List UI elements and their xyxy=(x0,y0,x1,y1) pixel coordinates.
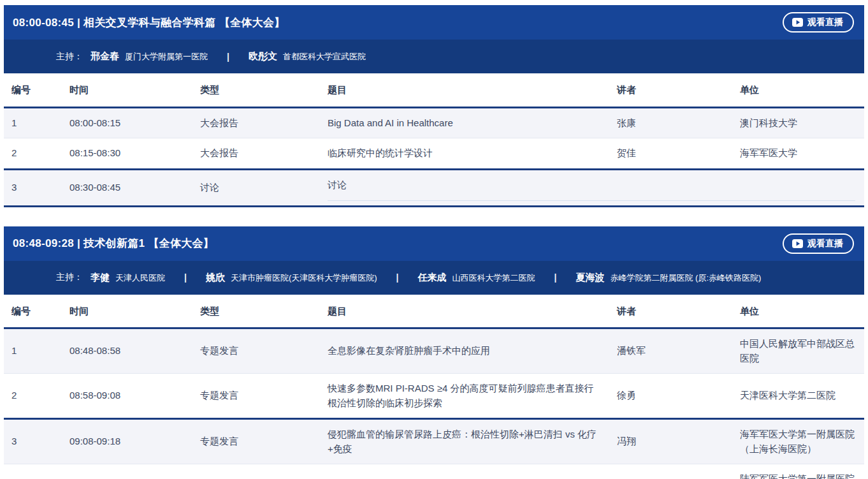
cell-org: 陆军军医大学第一附属医院（西南医院） xyxy=(732,464,864,479)
cell-org: 天津医科大学第二医院 xyxy=(732,381,864,411)
cell-no: 1 xyxy=(4,108,62,138)
session-header-bar: 08:48-09:28 | 技术创新篇1 【全体大会】 观看直播 xyxy=(4,226,864,261)
cell-speaker: 冯翔 xyxy=(609,427,732,457)
cell-org: 澳门科技大学 xyxy=(732,108,864,138)
host-name: 欧彤文 xyxy=(249,50,277,63)
watch-live-label: 观看直播 xyxy=(807,17,843,28)
hosts-bar: 主持： 李健天津人民医院|姚欣天津市肿瘤医院(天津医科大学肿瘤医院)|任来成山西… xyxy=(4,261,864,295)
cell-no: 2 xyxy=(4,138,62,168)
cell-speaker: 贺佳 xyxy=(609,138,732,168)
video-play-icon xyxy=(792,18,803,27)
host-name: 李健 xyxy=(90,272,110,284)
cell-title: 女性排尿功能障碍疾病临床治疗新技术 xyxy=(320,471,609,479)
table-row: 309:08-09:18专题发言侵犯髂血管的输尿管尿路上皮癌：根治性切除+淋巴清… xyxy=(4,420,864,464)
cell-type: 专题发言 xyxy=(192,427,320,457)
host-name: 夏海波 xyxy=(575,272,604,284)
column-header: 单位 xyxy=(732,73,864,107)
cell-time: 09:08-09:18 xyxy=(62,427,192,457)
session-title: 08:48-09:28 | 技术创新篇1 【全体大会】 xyxy=(13,236,214,251)
hosts-label: 主持： xyxy=(56,272,83,283)
cell-type: 大会报告 xyxy=(192,138,320,168)
cell-time: 08:58-09:08 xyxy=(62,381,192,411)
cell-org: 海军军医大学 xyxy=(732,138,864,168)
host-entry: 李健天津人民医院 xyxy=(90,272,165,284)
cell-type: 大会报告 xyxy=(192,108,320,138)
cell-type: 专题发言 xyxy=(192,381,320,411)
hosts-bar: 主持： 邢金春厦门大学附属第一医院|欧彤文首都医科大学宣武医院 xyxy=(4,40,864,73)
session-header-bar: 08:00-08:45 | 相关交叉学科与融合学科篇 【全体大会】 观看直播 xyxy=(4,5,864,40)
column-header: 编号 xyxy=(4,73,62,107)
cell-time: 08:00-08:15 xyxy=(62,108,192,138)
table-row: 208:15-08:30大会报告临床研究中的统计学设计贺佳海军军医大学 xyxy=(4,138,864,170)
host-separator: | xyxy=(396,272,399,283)
column-header: 题目 xyxy=(320,73,609,107)
host-entry: 任来成山西医科大学第二医院 xyxy=(418,272,535,284)
column-header: 讲者 xyxy=(609,295,732,328)
host-affiliation: 天津人民医院 xyxy=(115,272,165,284)
conference-program-page: 08:00-08:45 | 相关交叉学科与融合学科篇 【全体大会】 观看直播 主… xyxy=(0,0,868,479)
host-entry: 夏海波赤峰学院第二附属医院 (原:赤峰铁路医院) xyxy=(575,272,761,284)
host-separator: | xyxy=(554,272,557,283)
column-header: 类型 xyxy=(192,73,320,107)
host-separator: | xyxy=(184,272,187,283)
column-header: 类型 xyxy=(192,295,320,328)
table-row: 108:48-08:58专题发言全息影像在复杂肾脏肿瘤手术中的应用潘铁军中国人民… xyxy=(4,329,864,374)
host-affiliation: 赤峰学院第二附属医院 (原:赤峰铁路医院) xyxy=(610,272,761,284)
cell-speaker: 沈文浩 xyxy=(609,471,732,479)
watch-live-button[interactable]: 观看直播 xyxy=(783,12,854,33)
column-header: 讲者 xyxy=(609,73,732,107)
cell-title: 讨论 xyxy=(320,170,864,202)
cell-type: 专题发言 xyxy=(192,336,320,366)
host-affiliation: 天津市肿瘤医院(天津医科大学肿瘤医院) xyxy=(231,272,377,284)
watch-live-button[interactable]: 观看直播 xyxy=(783,233,854,254)
table-row: 108:00-08:15大会报告Big Data and AI in Healt… xyxy=(4,108,864,139)
column-header: 题目 xyxy=(320,295,609,328)
cell-org: 海军军医大学第一附属医院（上海长海医院） xyxy=(732,420,864,464)
host-entry: 邢金春厦门大学附属第一医院 xyxy=(90,50,208,63)
table-row: 308:30-08:45讨论讨论 xyxy=(4,170,864,207)
cell-speaker: 徐勇 xyxy=(609,381,732,411)
table-header-row: 编号时间类型题目讲者单位 xyxy=(4,73,864,108)
table-row: 409:18-09:28专题发言女性排尿功能障碍疾病临床治疗新技术沈文浩陆军军医… xyxy=(4,464,864,479)
cell-time: 09:18-09:28 xyxy=(62,471,192,479)
column-header: 时间 xyxy=(62,295,192,328)
table-header-row: 编号时间类型题目讲者单位 xyxy=(4,295,864,330)
hosts-label: 主持： xyxy=(56,51,83,63)
cell-no: 2 xyxy=(4,381,62,411)
table-row: 208:58-09:08专题发言快速多参数MRI PI-RADS ≥4 分的高度… xyxy=(4,374,864,420)
cell-title: 侵犯髂血管的输尿管尿路上皮癌：根治性切除+淋巴清扫 vs 化疗+免疫 xyxy=(320,420,609,464)
cell-no: 3 xyxy=(4,427,62,457)
host-name: 任来成 xyxy=(418,272,447,284)
cell-time: 08:30-08:45 xyxy=(62,173,192,203)
host-affiliation: 山西医科大学第二医院 xyxy=(452,272,535,284)
cell-time: 08:15-08:30 xyxy=(62,138,192,168)
cell-type: 专题发言 xyxy=(192,471,320,479)
column-header: 单位 xyxy=(732,295,864,328)
session-title: 08:00-08:45 | 相关交叉学科与融合学科篇 【全体大会】 xyxy=(13,15,285,30)
cell-no: 3 xyxy=(4,173,62,203)
session-section: 08:48-09:28 | 技术创新篇1 【全体大会】 观看直播 主持： 李健天… xyxy=(4,226,864,479)
host-name: 邢金春 xyxy=(90,50,119,63)
host-entry: 姚欣天津市肿瘤医院(天津医科大学肿瘤医院) xyxy=(206,272,377,284)
host-affiliation: 首都医科大学宣武医院 xyxy=(283,51,366,63)
cell-speaker: 潘铁军 xyxy=(609,336,732,366)
host-entry: 欧彤文首都医科大学宣武医院 xyxy=(249,50,366,63)
host-separator: | xyxy=(227,52,229,62)
cell-title: 快速多参数MRI PI-RADS ≥4 分的高度可疑前列腺癌患者直接行根治性切除… xyxy=(320,374,609,418)
cell-no: 4 xyxy=(4,471,62,479)
host-affiliation: 厦门大学附属第一医院 xyxy=(125,51,208,63)
watch-live-label: 观看直播 xyxy=(807,238,843,249)
cell-type: 讨论 xyxy=(192,173,320,203)
session-table: 编号时间类型题目讲者单位 108:48-08:58专题发言全息影像在复杂肾脏肿瘤… xyxy=(4,295,864,479)
cell-title: 临床研究中的统计学设计 xyxy=(320,138,609,168)
session-table: 编号时间类型题目讲者单位 108:00-08:15大会报告Big Data an… xyxy=(4,73,864,207)
cell-title: Big Data and AI in Healthcare xyxy=(320,108,609,138)
cell-title: 全息影像在复杂肾脏肿瘤手术中的应用 xyxy=(320,336,609,366)
cell-speaker: 张康 xyxy=(609,108,732,138)
discussion-title-underlined: 讨论 xyxy=(328,178,855,202)
host-name: 姚欣 xyxy=(206,272,225,284)
column-header: 时间 xyxy=(62,73,192,107)
cell-no: 1 xyxy=(4,336,62,366)
cell-org: 中国人民解放军中部战区总医院 xyxy=(732,329,864,373)
cell-time: 08:48-08:58 xyxy=(62,336,192,366)
